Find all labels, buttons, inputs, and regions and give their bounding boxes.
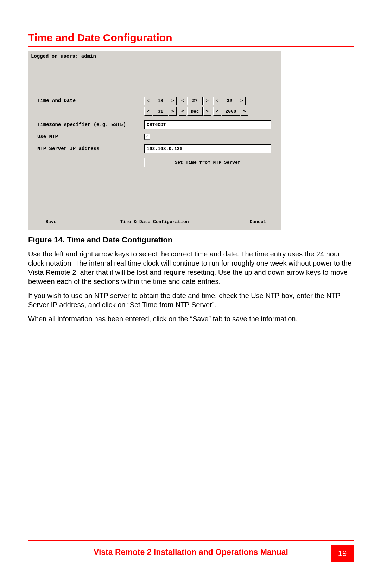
paragraph-3: When all information has been entered, c… [28, 314, 352, 323]
page-number: 19 [331, 545, 354, 562]
second-decrement[interactable]: < [213, 97, 221, 105]
cancel-button[interactable]: Cancel [239, 217, 277, 226]
second-increment[interactable]: > [238, 97, 246, 105]
logged-on-users: Logged on users: admin [31, 54, 96, 59]
day-increment[interactable]: > [169, 107, 177, 116]
year-value[interactable]: 2000 [222, 107, 240, 116]
year-decrement[interactable]: < [213, 107, 221, 116]
minute-decrement[interactable]: < [179, 97, 186, 105]
timezone-input[interactable] [144, 120, 271, 129]
day-decrement[interactable]: < [144, 107, 152, 116]
year-increment[interactable]: > [241, 107, 248, 116]
page-footer: Vista Remote 2 Installation and Operatio… [28, 540, 354, 557]
paragraph-1: Use the left and right arrow keys to sel… [28, 249, 352, 286]
footer-title: Vista Remote 2 Installation and Operatio… [28, 547, 354, 557]
month-decrement[interactable]: < [179, 107, 186, 116]
use-ntp-label: Use NTP [35, 134, 144, 140]
month-value[interactable]: Dec [187, 107, 203, 116]
ntp-ip-input[interactable] [144, 144, 271, 153]
ntp-ip-label: NTP Server IP address [35, 146, 144, 151]
time-date-label: Time And Date [35, 98, 144, 104]
figure-caption: Figure 14. Time and Date Configuration [28, 235, 354, 245]
dialog-title: Time & Date Configuration [70, 219, 239, 224]
month-increment[interactable]: > [203, 107, 211, 116]
second-value[interactable]: 32 [222, 97, 237, 105]
set-time-ntp-button[interactable]: Set Time from NTP Server [144, 158, 271, 167]
date-spinner-row: < 31 > < Dec > < 2000 > [144, 107, 248, 116]
paragraph-2: If you wish to use an NTP server to obta… [28, 291, 352, 309]
day-value[interactable]: 31 [153, 107, 168, 116]
page-title: Time and Date Configuration [28, 32, 354, 47]
minute-increment[interactable]: > [203, 97, 211, 105]
hour-decrement[interactable]: < [144, 97, 152, 105]
hour-value[interactable]: 18 [153, 97, 168, 105]
hour-increment[interactable]: > [169, 97, 177, 105]
minute-value[interactable]: 27 [187, 97, 203, 105]
use-ntp-checkbox[interactable]: ✓ [144, 134, 150, 140]
config-dialog: Logged on users: admin Time And Date < 1… [28, 51, 281, 230]
timezone-label: Timezone specifier (e.g. EST5) [35, 122, 144, 128]
save-button[interactable]: Save [32, 217, 70, 226]
time-spinner-row: < 18 > < 27 > < 32 > [144, 97, 246, 105]
